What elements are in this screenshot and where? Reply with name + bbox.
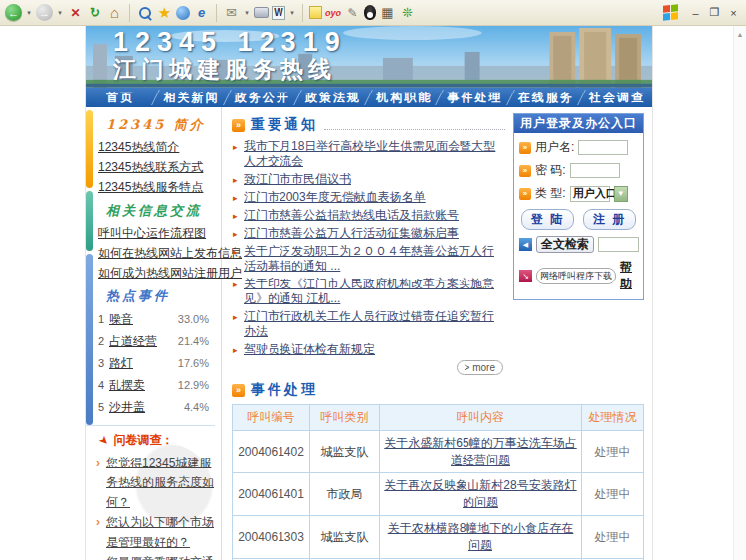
hot-event-link[interactable]: 乱摆卖: [109, 374, 145, 396]
survey-question-market[interactable]: 您认为以下哪个市场是管理最好的？: [98, 512, 215, 552]
sidebar-link-contact[interactable]: 12345热线联系方式: [98, 157, 215, 177]
call-content-cell: 关于农林横路8幢地下的小食店存在问题: [380, 516, 582, 559]
forward-dropdown-icon[interactable]: ▾: [56, 4, 64, 21]
stop-icon[interactable]: ✕: [67, 4, 84, 21]
password-label: 密 码:: [535, 162, 566, 179]
section-arrow-icon: »: [232, 384, 245, 397]
column-call-content: 呼叫内容: [380, 405, 582, 431]
hot-event-link[interactable]: 沙井盖: [109, 396, 145, 418]
minimize-button[interactable]: –: [688, 5, 703, 20]
restore-button[interactable]: ❐: [707, 5, 722, 20]
qq-icon[interactable]: [364, 5, 376, 20]
mail-dropdown-icon[interactable]: ▾: [243, 4, 251, 21]
survey-question-attitude[interactable]: 您觉得12345城建服务热线的服务态度如何？: [98, 453, 215, 512]
edit-dropdown-icon[interactable]: ▾: [288, 4, 296, 21]
nav-item-policies[interactable]: 政策法规: [298, 88, 368, 107]
call-content-link[interactable]: 关于再次反映象山新村28号安装路灯的问题: [384, 478, 576, 509]
home-icon[interactable]: ⌂: [106, 4, 123, 21]
hot-events-title: 热点事件: [106, 287, 215, 305]
username-input[interactable]: [578, 140, 628, 155]
nav-item-gov-affairs[interactable]: 政务公开: [228, 88, 297, 107]
login-panel-title: 用户登录及办公入口: [514, 114, 643, 133]
reader-icon[interactable]: ▦: [379, 4, 396, 21]
call-content-cell: 关于永盛新村65幢的万事达洗车场占道经营问题: [380, 431, 582, 473]
scroll-up-arrow-icon[interactable]: ▲: [734, 26, 746, 38]
notice-link[interactable]: 致江门市市民倡议书: [244, 172, 351, 186]
events-section: » 事件处理 呼叫编号 呼叫类别 呼叫内容 处理情况 2004061402 城监…: [232, 381, 644, 560]
notice-link[interactable]: 江门市2003年度无偿献血表扬名单: [244, 190, 426, 204]
notice-link[interactable]: 驾驶员换证体检有新规定: [244, 342, 375, 356]
nav-item-home[interactable]: 首页: [86, 88, 155, 107]
fulltext-search-button[interactable]: 全文检索: [536, 236, 594, 253]
nav-item-functions[interactable]: 机构职能: [369, 88, 439, 107]
call-program-download-button[interactable]: 网络呼叫程序下载: [536, 268, 616, 284]
sidebar-link-flowchart[interactable]: 呼叫中心运作流程图: [98, 223, 215, 243]
call-content-link[interactable]: 关于农林横路8幢地下的小食店存在问题: [388, 521, 574, 552]
help-link[interactable]: 帮助: [620, 259, 638, 292]
hot-event-rank: 3: [98, 352, 109, 374]
hot-event-link[interactable]: 噪音: [109, 308, 133, 330]
notice-item: 江门市慈善公益捐款热线电话及捐款账号: [232, 208, 505, 223]
notice-link[interactable]: 江门市慈善公益捐款热线电话及捐款账号: [244, 208, 459, 222]
survey-title-text: 问卷调查：: [113, 432, 173, 449]
back-dropdown-icon[interactable]: ▾: [25, 4, 33, 21]
search-icon[interactable]: [136, 4, 153, 21]
notice-link[interactable]: 关于广泛发动职工为２００４年慈善公益万人行活动募捐的通知 ...: [244, 244, 494, 273]
refresh-icon[interactable]: ↻: [87, 4, 103, 21]
fulltext-search-input[interactable]: [598, 237, 639, 252]
call-status: 处理中: [582, 431, 644, 473]
favorites-icon[interactable]: ★: [156, 4, 173, 21]
column-call-id: 呼叫编号: [233, 405, 310, 431]
notice-link[interactable]: 我市下月18日举行高校毕业生供需见面会暨大型人才交流会: [244, 139, 495, 168]
section-arrow-icon: »: [232, 119, 245, 132]
notice-link[interactable]: 关于印发《江门市人民政府机构改革方案实施意见》的通知 江机...: [244, 277, 494, 305]
toolbar-separator: [302, 4, 303, 22]
user-type-select[interactable]: 用户入口: [570, 186, 610, 202]
notice-link[interactable]: 江门市慈善公益万人行活动征集徽标启事: [244, 226, 459, 240]
sidebar-link-publish-info[interactable]: 如何在热线网站上发布信息: [98, 243, 215, 263]
hot-event-percent: 4.4%: [184, 396, 215, 418]
password-input[interactable]: [570, 163, 620, 178]
notes-icon[interactable]: [309, 6, 322, 19]
main-navigation: 首页 相关新闻 政务公开 政策法规 机构职能 事件处理 在线服务 社会调查: [86, 88, 652, 107]
type-dropdown-icon[interactable]: ▼: [614, 186, 628, 202]
sidebar-link-register[interactable]: 如何成为热线网站注册用户: [98, 263, 215, 282]
hot-event-row: 3 路灯 17.6%: [98, 352, 215, 374]
mail-icon[interactable]: ✉: [223, 4, 240, 21]
nav-item-online-services[interactable]: 在线服务: [511, 88, 581, 107]
hot-event-link[interactable]: 路灯: [109, 352, 133, 374]
table-row: 2004061402 城监支队 关于永盛新村65幢的万事达洗车场占道经营问题 处…: [233, 431, 644, 473]
messenger-icon[interactable]: oyo: [325, 4, 341, 21]
call-content-link[interactable]: 关于永盛新村65幢的万事达洗车场占道经营问题: [384, 436, 576, 467]
notice-item: 关于广泛发动职工为２００４年慈善公益万人行活动募捐的通知 ...: [232, 244, 505, 274]
edit-word-icon[interactable]: W: [272, 6, 285, 20]
close-button[interactable]: ×: [726, 5, 741, 20]
hot-event-percent: 12.9%: [178, 374, 215, 396]
notice-item: 江门市慈善公益万人行活动征集徽标启事: [232, 226, 505, 241]
notice-item: 关于印发《江门市人民政府机构改革方案实施意见》的通知 江机...: [232, 277, 505, 306]
history-icon[interactable]: e: [193, 4, 210, 21]
vertical-scrollbar[interactable]: ▲: [733, 26, 746, 560]
search-arrow-icon: ◀: [519, 238, 532, 251]
sidebar-link-features[interactable]: 12345热线服务特点: [98, 177, 215, 197]
back-icon[interactable]: ←: [5, 4, 22, 21]
hot-event-percent: 33.0%: [178, 308, 215, 330]
hot-event-link[interactable]: 占道经营: [109, 330, 157, 352]
sidebar-link-intro[interactable]: 12345热线简介: [98, 137, 215, 157]
survey-question-transport[interactable]: 您最愿意乘哪种交通工具？: [98, 552, 215, 560]
call-category: 城监支队: [310, 516, 380, 559]
forward-icon[interactable]: →: [36, 4, 53, 21]
signature-icon[interactable]: ✎: [344, 4, 361, 21]
notices-more-button[interactable]: > more: [457, 360, 503, 375]
nav-item-events[interactable]: 事件处理: [440, 88, 509, 107]
media-globe-icon[interactable]: [176, 6, 190, 20]
register-button[interactable]: 注 册: [583, 209, 636, 230]
login-button[interactable]: 登 陆: [521, 209, 574, 230]
call-id: 2004061303: [233, 516, 310, 559]
notice-link[interactable]: 江门市行政机关工作人员行政过错责任追究暂行办法: [244, 309, 494, 338]
hot-event-row: 5 沙井盖 4.4%: [98, 396, 215, 418]
nav-item-news[interactable]: 相关新闻: [156, 88, 226, 107]
print-icon[interactable]: [254, 7, 269, 18]
nav-item-survey[interactable]: 社会调查: [582, 88, 652, 107]
plugin-icon[interactable]: ❊: [399, 4, 416, 21]
